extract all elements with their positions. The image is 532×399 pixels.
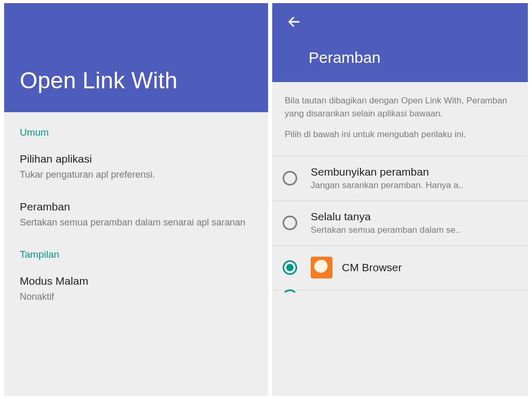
option-subtitle: Jangan sarankan peramban. Hanya a.. xyxy=(311,180,517,191)
screen-title: Peramban xyxy=(285,49,515,66)
option-texts: Selalu tanya Sertakan semua peramban dal… xyxy=(311,210,517,235)
option-title: Sembunyikan peramban xyxy=(311,166,517,178)
category-umum: Umum xyxy=(20,127,252,138)
appbar: Open Link With xyxy=(4,3,268,112)
settings-list: Umum Pilihan aplikasi Tukar pengaturan a… xyxy=(4,112,268,396)
option-clipped[interactable] xyxy=(272,290,528,303)
option-title: Selalu tanya xyxy=(311,210,517,223)
radio-icon xyxy=(283,289,297,304)
option-texts: CM Browser xyxy=(342,261,517,274)
pref-subtitle: Tukar pengaturan apl preferensi. xyxy=(20,168,252,181)
peramban-screen: Peramban Bila tautan dibagikan dengan Op… xyxy=(272,3,528,396)
info-paragraph: Pilih di bawah ini untuk mengubah perila… xyxy=(285,128,515,141)
option-cm-browser[interactable]: CM Browser xyxy=(272,246,528,290)
detail-body: Bila tautan dibagikan dengan Open Link W… xyxy=(272,82,528,396)
cm-browser-icon xyxy=(311,257,332,278)
pref-title: Peramban xyxy=(20,201,252,213)
option-subtitle: Sertakan semua peramban dalam se.. xyxy=(311,225,517,235)
pref-pilihan-aplikasi[interactable]: Pilihan aplikasi Tukar pengaturan apl pr… xyxy=(20,153,252,181)
pref-peramban[interactable]: Peramban Sertakan semua peramban dalam s… xyxy=(20,201,252,229)
dual-screenshot-frame: Open Link With Umum Pilihan aplikasi Tuk… xyxy=(0,0,532,399)
settings-screen: Open Link With Umum Pilihan aplikasi Tuk… xyxy=(4,3,268,396)
pref-title: Modus Malam xyxy=(20,275,252,287)
back-button[interactable] xyxy=(287,16,301,30)
option-title: CM Browser xyxy=(342,261,517,274)
appbar: Peramban xyxy=(272,3,528,82)
pref-subtitle: Sertakan semua peramban dalam senarai ap… xyxy=(20,216,252,229)
option-selalu-tanya[interactable]: Selalu tanya Sertakan semua peramban dal… xyxy=(272,201,528,246)
radio-icon xyxy=(283,216,297,230)
app-title: Open Link With xyxy=(20,68,178,94)
radio-list: Sembunyikan peramban Jangan sarankan per… xyxy=(272,156,528,303)
option-sembunyikan-peramban[interactable]: Sembunyikan peramban Jangan sarankan per… xyxy=(272,156,528,201)
pref-title: Pilihan aplikasi xyxy=(20,153,252,165)
info-text: Bila tautan dibagikan dengan Open Link W… xyxy=(272,82,528,156)
radio-icon xyxy=(283,171,297,185)
option-texts: Sembunyikan peramban Jangan sarankan per… xyxy=(311,166,517,191)
arrow-left-icon xyxy=(287,15,301,31)
pref-subtitle: Nonaktif xyxy=(20,290,252,303)
info-paragraph: Bila tautan dibagikan dengan Open Link W… xyxy=(285,95,515,120)
radio-icon-selected xyxy=(283,260,297,275)
pref-modus-malam[interactable]: Modus Malam Nonaktif xyxy=(20,275,252,303)
category-tampilan: Tampilan xyxy=(20,249,252,260)
